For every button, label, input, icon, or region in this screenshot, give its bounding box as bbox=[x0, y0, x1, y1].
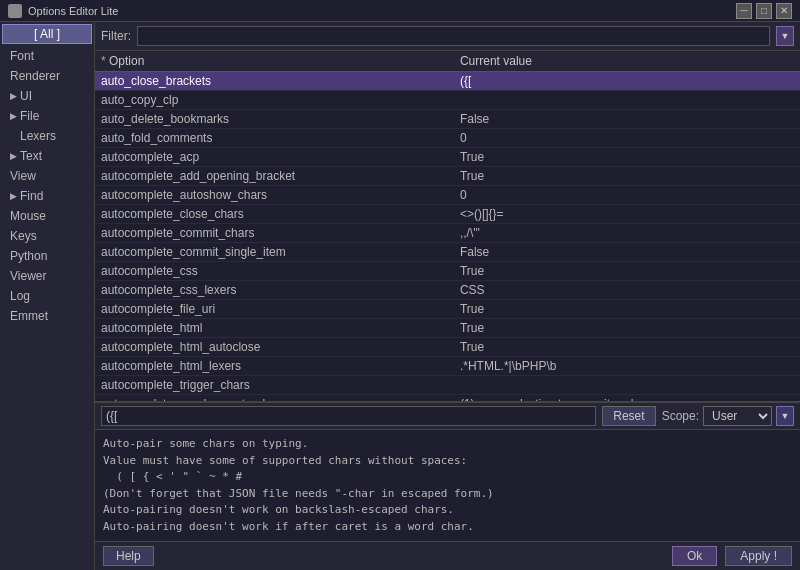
option-value-cell: (1) wrap selection to opposite edge bbox=[454, 395, 800, 403]
value-bar: Reset Scope: User Default ▼ bbox=[95, 403, 800, 430]
option-name-cell: autocomplete_css_lexers bbox=[95, 281, 454, 300]
sidebar-item-python[interactable]: Python bbox=[0, 246, 94, 266]
footer-right: Ok Apply ! bbox=[672, 546, 792, 566]
table-row[interactable]: autocomplete_close_chars<>()[]{}= bbox=[95, 205, 800, 224]
table-row[interactable]: autocomplete_css_lexersCSS bbox=[95, 281, 800, 300]
scope-dropdown-button[interactable]: ▼ bbox=[776, 406, 794, 426]
arrow-icon: ▶ bbox=[10, 151, 17, 161]
option-value-cell: False bbox=[454, 110, 800, 129]
title-bar-title: Options Editor Lite bbox=[28, 5, 119, 17]
filter-dropdown-button[interactable]: ▼ bbox=[776, 26, 794, 46]
table-row[interactable]: autocomplete_acpTrue bbox=[95, 148, 800, 167]
table-row[interactable]: auto_copy_clp bbox=[95, 91, 800, 110]
sidebar-item-all[interactable]: [ All ] bbox=[2, 24, 92, 44]
table-row[interactable]: autocomplete_commit_single_itemFalse bbox=[95, 243, 800, 262]
description-text: Auto-pair some chars on typing. Value mu… bbox=[103, 436, 792, 535]
option-name-cell: autocomplete_file_uri bbox=[95, 300, 454, 319]
options-data-table: Option Current value auto_close_brackets… bbox=[95, 51, 800, 402]
filter-label: Filter: bbox=[101, 29, 131, 43]
option-name-cell: auto_fold_comments bbox=[95, 129, 454, 148]
sidebar-item-lexers[interactable]: Lexers bbox=[0, 126, 94, 146]
option-name-cell: autocomplete_commit_chars bbox=[95, 224, 454, 243]
option-value-cell: ,,/\'" bbox=[454, 224, 800, 243]
sidebar-item-text[interactable]: ▶Text bbox=[0, 146, 94, 166]
option-value-cell: True bbox=[454, 300, 800, 319]
sidebar-item-file[interactable]: ▶File bbox=[0, 106, 94, 126]
minimize-button[interactable]: ─ bbox=[736, 3, 752, 19]
option-value-cell: True bbox=[454, 338, 800, 357]
table-row[interactable]: auto_fold_comments0 bbox=[95, 129, 800, 148]
table-row[interactable]: autocomplete_htmlTrue bbox=[95, 319, 800, 338]
option-value-cell: <>()[]{}= bbox=[454, 205, 800, 224]
title-bar: Options Editor Lite ─ □ ✕ bbox=[0, 0, 800, 22]
option-value-cell: 0 bbox=[454, 129, 800, 148]
filter-bar: Filter: ▼ bbox=[95, 22, 800, 51]
table-row[interactable]: auto_close_brackets({[ bbox=[95, 72, 800, 91]
sidebar-item-ui[interactable]: ▶UI bbox=[0, 86, 94, 106]
option-name-cell: autocomplete_add_opening_bracket bbox=[95, 167, 454, 186]
reset-button[interactable]: Reset bbox=[602, 406, 655, 426]
table-row[interactable]: autocomplete_add_opening_bracketTrue bbox=[95, 167, 800, 186]
option-value-cell bbox=[454, 376, 800, 395]
content-area: Filter: ▼ Option Current value auto_clos… bbox=[95, 22, 800, 570]
option-name-cell: autocomplete_autoshow_chars bbox=[95, 186, 454, 205]
option-value-cell: True bbox=[454, 167, 800, 186]
column-option: Option bbox=[95, 51, 454, 72]
help-button[interactable]: Help bbox=[103, 546, 154, 566]
sidebar-item-find[interactable]: ▶Find bbox=[0, 186, 94, 206]
option-value-cell: .*HTML.*|\bPHP\b bbox=[454, 357, 800, 376]
value-input[interactable] bbox=[101, 406, 596, 426]
option-name-cell: autocomplete_trigger_chars bbox=[95, 376, 454, 395]
table-row[interactable]: autocomplete_autoshow_chars0 bbox=[95, 186, 800, 205]
table-row[interactable]: auto_delete_bookmarksFalse bbox=[95, 110, 800, 129]
option-name-cell: autocomplete_acp bbox=[95, 148, 454, 167]
option-value-cell: False bbox=[454, 243, 800, 262]
option-value-cell: 0 bbox=[454, 186, 800, 205]
bottom-panel: Reset Scope: User Default ▼ Auto-pair so… bbox=[95, 402, 800, 541]
maximize-button[interactable]: □ bbox=[756, 3, 772, 19]
option-name-cell: autocomplete_html bbox=[95, 319, 454, 338]
option-value-cell: True bbox=[454, 319, 800, 338]
table-row[interactable]: autocomplete_cssTrue bbox=[95, 262, 800, 281]
table-row[interactable]: autocomplete_trigger_chars bbox=[95, 376, 800, 395]
arrow-icon: ▶ bbox=[10, 91, 17, 101]
table-row[interactable]: autocomplete_file_uriTrue bbox=[95, 300, 800, 319]
table-row[interactable]: autocomplete_up_down_at_edge(1) wrap sel… bbox=[95, 395, 800, 403]
sidebar-item-view[interactable]: View bbox=[0, 166, 94, 186]
title-bar-controls: ─ □ ✕ bbox=[736, 3, 792, 19]
option-name-cell: auto_delete_bookmarks bbox=[95, 110, 454, 129]
footer: Help Ok Apply ! bbox=[95, 541, 800, 570]
close-button[interactable]: ✕ bbox=[776, 3, 792, 19]
table-header-row: Option Current value bbox=[95, 51, 800, 72]
arrow-icon: ▶ bbox=[10, 111, 17, 121]
arrow-icon: ▶ bbox=[10, 191, 17, 201]
table-row[interactable]: autocomplete_commit_chars,,/\'" bbox=[95, 224, 800, 243]
sidebar-item-emmet[interactable]: Emmet bbox=[0, 306, 94, 326]
option-name-cell: autocomplete_up_down_at_edge bbox=[95, 395, 454, 403]
option-value-cell: True bbox=[454, 148, 800, 167]
option-name-cell: auto_close_brackets bbox=[95, 72, 454, 91]
sidebar-item-mouse[interactable]: Mouse bbox=[0, 206, 94, 226]
option-name-cell: auto_copy_clp bbox=[95, 91, 454, 110]
option-name-cell: autocomplete_html_autoclose bbox=[95, 338, 454, 357]
table-row[interactable]: autocomplete_html_lexers.*HTML.*|\bPHP\b bbox=[95, 357, 800, 376]
option-value-cell bbox=[454, 91, 800, 110]
option-value-cell: ({[ bbox=[454, 72, 800, 91]
ok-button[interactable]: Ok bbox=[672, 546, 717, 566]
option-value-cell: True bbox=[454, 262, 800, 281]
option-value-cell: CSS bbox=[454, 281, 800, 300]
description-area: Auto-pair some chars on typing. Value mu… bbox=[95, 430, 800, 541]
table-container: Option Current value auto_close_brackets… bbox=[95, 51, 800, 402]
options-table[interactable]: Option Current value auto_close_brackets… bbox=[95, 51, 800, 402]
sidebar-item-viewer[interactable]: Viewer bbox=[0, 266, 94, 286]
sidebar-item-log[interactable]: Log bbox=[0, 286, 94, 306]
sidebar-item-font[interactable]: Font bbox=[0, 46, 94, 66]
scope-select[interactable]: User Default bbox=[703, 406, 772, 426]
option-name-cell: autocomplete_html_lexers bbox=[95, 357, 454, 376]
apply-button[interactable]: Apply ! bbox=[725, 546, 792, 566]
scope-label: Scope: bbox=[662, 409, 699, 423]
sidebar-item-renderer[interactable]: Renderer bbox=[0, 66, 94, 86]
sidebar-item-keys[interactable]: Keys bbox=[0, 226, 94, 246]
table-row[interactable]: autocomplete_html_autocloseTrue bbox=[95, 338, 800, 357]
filter-input[interactable] bbox=[137, 26, 770, 46]
